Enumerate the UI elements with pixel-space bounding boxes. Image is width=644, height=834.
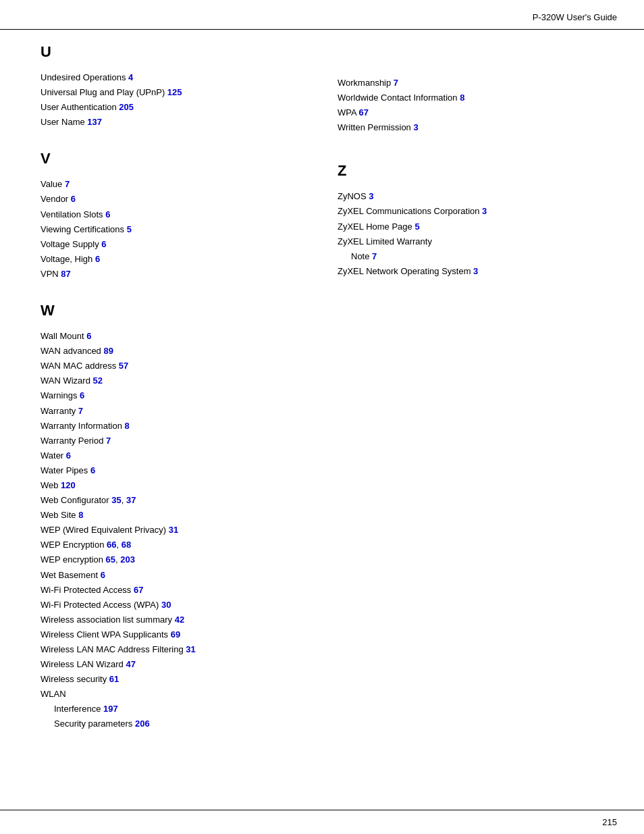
entry-zynos: ZyNOS 3: [338, 189, 617, 204]
entry-wlan-wizard: Wireless LAN Wizard 47: [41, 657, 317, 672]
right-column: Workmanship 7 Worldwide Contact Informat…: [331, 43, 617, 752]
section-w-continuation: Workmanship 7 Worldwide Contact Informat…: [338, 76, 617, 135]
entry-num: 52: [93, 375, 103, 386]
entry-warranty-info: Warranty Information 8: [41, 419, 317, 434]
entry-wireless-security: Wireless security 61: [41, 672, 317, 687]
entry-num: 6: [101, 570, 105, 580]
entry-wifi-protected: Wi-Fi Protected Access 67: [41, 583, 317, 598]
entry-wep-enc: WEP Encryption 66, 68: [41, 538, 317, 552]
entry-num: 31: [169, 525, 178, 535]
entry-num: 67: [134, 585, 143, 595]
entry-num: 120: [61, 480, 76, 490]
entry-wan-advanced: WAN advanced 89: [41, 344, 317, 359]
entry-num: 47: [126, 659, 135, 669]
entry-written-perm: Written Permission 3: [338, 120, 617, 135]
left-column: U Undesired Operations 4 Universal Plug …: [41, 43, 331, 752]
entry-wall-mount: Wall Mount 6: [41, 329, 317, 344]
entry-upnp: Universal Plug and Play (UPnP) 125: [41, 85, 317, 100]
entry-num: 3: [413, 122, 418, 132]
entry-num: 5: [127, 224, 132, 234]
header-title: P-320W User's Guide: [533, 12, 617, 22]
entry-num: 205: [119, 102, 134, 112]
entry-web-site: Web Site 8: [41, 508, 317, 523]
entry-num: 7: [372, 251, 377, 261]
entry-num: 7: [106, 436, 111, 446]
entry-num: 6: [105, 209, 110, 219]
section-Z: Z ZyNOS 3 ZyXEL Communications Corporati…: [338, 162, 617, 279]
entry-num: 6: [71, 194, 76, 204]
entry-num: 4: [128, 72, 133, 82]
section-W: W Wall Mount 6 WAN advanced 89 WAN MAC a…: [41, 302, 317, 732]
entry-wlan: WLAN: [41, 687, 317, 702]
entry-num: 6: [80, 390, 84, 400]
entry-num: 87: [61, 269, 70, 279]
section-U: U Undesired Operations 4 Universal Plug …: [41, 43, 317, 130]
entry-num: 66: [107, 540, 116, 550]
entry-num: 6: [95, 254, 100, 264]
entry-water-pipes: Water Pipes 6: [41, 463, 317, 478]
entry-zyxel-warranty: ZyXEL Limited Warranty: [338, 234, 617, 249]
entry-num: 7: [394, 78, 398, 88]
entry-num: 35: [111, 495, 121, 505]
entry-num: 57: [119, 361, 128, 371]
entry-num: 8: [125, 421, 130, 431]
page-number: 215: [602, 817, 617, 827]
entry-zyxel-warranty-note: Note 7: [338, 249, 617, 264]
entry-water: Water 6: [41, 448, 317, 463]
entry-zyxel-nos: ZyXEL Network Operating System 3: [338, 264, 617, 279]
entry-num: 206: [135, 719, 150, 729]
entry-num: 8: [460, 93, 464, 103]
entry-num: 6: [66, 450, 71, 461]
entry-num: 65: [106, 554, 115, 565]
entry-num: 3: [482, 206, 487, 216]
entry-num-2: 203: [120, 554, 135, 565]
entry-num: 6: [90, 465, 95, 475]
section-letter-W: W: [41, 302, 317, 319]
entry-vendor: Vendor 6: [41, 192, 317, 207]
entry-undesired: Undesired Operations 4: [41, 70, 317, 85]
section-letter-Z: Z: [338, 162, 617, 180]
entry-user-auth: User Authentication 205: [41, 100, 317, 115]
entry-num: 89: [103, 346, 113, 356]
entry-wep-priv: WEP (Wired Equivalent Privacy) 31: [41, 523, 317, 538]
page-container: P-320W User's Guide U Undesired Operatio…: [0, 0, 644, 834]
entry-num: 197: [103, 704, 118, 714]
page-footer: 215: [0, 810, 644, 834]
entry-wlan-mac: Wireless LAN MAC Address Filtering 31: [41, 642, 317, 657]
entry-warranty: Warranty 7: [41, 404, 317, 419]
entry-warranty-period: Warranty Period 7: [41, 434, 317, 448]
entry-num: 30: [161, 600, 171, 610]
entry-num: 67: [359, 107, 369, 118]
entry-wan-mac: WAN MAC address 57: [41, 359, 317, 373]
entry-vent-slots: Ventilation Slots 6: [41, 207, 317, 222]
section-letter-V: V: [41, 150, 317, 167]
content-area: U Undesired Operations 4 Universal Plug …: [0, 30, 644, 766]
entry-wlan-security-params: Security parameters 206: [41, 716, 317, 731]
entry-voltage-supply: Voltage Supply 6: [41, 237, 317, 252]
entry-num-2: 68: [122, 540, 131, 550]
entry-num: 42: [175, 615, 184, 625]
entry-num: 3: [369, 191, 373, 201]
entry-voltage-high: Voltage, High 6: [41, 252, 317, 267]
entry-value: Value 7: [41, 177, 317, 192]
entry-worldwide: Worldwide Contact Information 8: [338, 90, 617, 105]
entry-wpa: WPA 67: [338, 105, 617, 120]
entry-num: 7: [78, 406, 83, 416]
entry-zyxel-corp: ZyXEL Communications Corporation 3: [338, 204, 617, 219]
entry-wan-wizard: WAN Wizard 52: [41, 373, 317, 388]
entry-wep-enc2: WEP encryption 65, 203: [41, 552, 317, 567]
section-letter-U: U: [41, 43, 317, 61]
entry-wireless-assoc: Wireless association list summary 42: [41, 613, 317, 627]
section-V: V Value 7 Vendor 6 Ventilation Slots 6 V…: [41, 150, 317, 282]
entry-user-name: User Name 137: [41, 115, 317, 130]
entry-warnings: Warnings 6: [41, 388, 317, 403]
entry-wlan-interference: Interference 197: [41, 702, 317, 716]
entry-wet-basement: Wet Basement 6: [41, 568, 317, 583]
entry-wifi-wpa: Wi-Fi Protected Access (WPA) 30: [41, 598, 317, 613]
entry-num: 8: [78, 510, 83, 520]
entry-num: 3: [473, 266, 478, 276]
entry-web-configurator: Web Configurator 35, 37: [41, 493, 317, 508]
entry-wireless-client: Wireless Client WPA Supplicants 69: [41, 627, 317, 642]
entry-num: 7: [65, 179, 70, 189]
entry-num: 5: [414, 221, 419, 232]
